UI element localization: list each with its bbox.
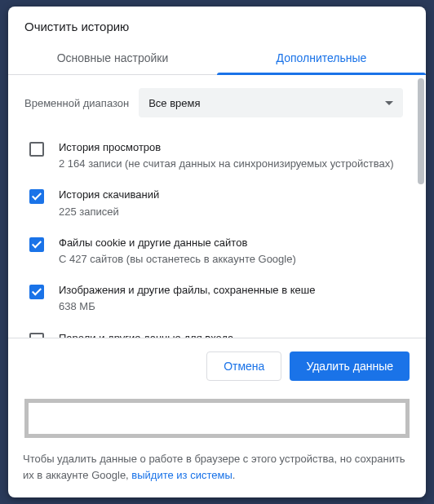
item-cache: Изображения и другие файлы, сохраненные … (24, 275, 419, 322)
checkbox-cookies[interactable] (29, 237, 44, 252)
checkbox-cache[interactable] (29, 285, 44, 299)
time-range-row: Временной диапазон Все время (24, 88, 419, 117)
item-sub: С 427 сайтов (вы останетесь в аккаунте G… (59, 252, 296, 267)
item-label: Файлы cookie и другие данные сайтов (59, 236, 296, 250)
checkbox-passwords[interactable] (29, 333, 44, 338)
tabs: Основные настройки Дополнительные (8, 43, 426, 75)
placeholder-box (24, 399, 410, 438)
sign-out-link[interactable]: выйдите из системы (131, 469, 232, 481)
dialog-body: Временной диапазон Все время История про… (8, 75, 426, 338)
item-sub: 225 записей (59, 205, 159, 219)
item-passwords: Пароли и другие данные для входа 1 синхр… (24, 323, 419, 338)
item-label: Пароли и другие данные для входа (59, 331, 233, 338)
tab-advanced[interactable]: Дополнительные (217, 43, 426, 74)
item-sub: 638 МБ (59, 299, 315, 314)
time-range-label: Временной диапазон (24, 97, 129, 109)
item-cookies: Файлы cookie и другие данные сайтов С 42… (24, 228, 419, 275)
dialog-title: Очистить историю (8, 7, 426, 43)
checkbox-download-history[interactable] (29, 189, 44, 204)
time-range-value: Все время (148, 97, 200, 109)
scrollbar-thumb[interactable] (418, 78, 424, 184)
dialog-footer: Отмена Удалить данные (8, 338, 426, 394)
cancel-button[interactable]: Отмена (206, 351, 281, 381)
time-range-select[interactable]: Все время (139, 88, 403, 117)
footer-note: Чтобы удалить данные о работе в браузере… (8, 449, 426, 497)
checkbox-browsing-history[interactable] (29, 142, 44, 157)
item-browsing-history: История просмотров 2 164 записи (не счит… (24, 132, 419, 179)
note-text-after: . (232, 469, 236, 481)
clear-history-dialog: Очистить историю Основные настройки Допо… (8, 7, 426, 497)
item-label: История скачиваний (59, 188, 159, 202)
item-label: Изображения и другие файлы, сохраненные … (59, 283, 315, 298)
chevron-down-icon (385, 101, 393, 105)
item-download-history: История скачиваний 225 записей (24, 179, 419, 227)
tab-basic[interactable]: Основные настройки (8, 43, 217, 74)
item-sub: 2 164 записи (не считая данных на синхро… (59, 157, 394, 171)
item-label: История просмотров (59, 140, 394, 155)
clear-data-button[interactable]: Удалить данные (290, 351, 410, 381)
